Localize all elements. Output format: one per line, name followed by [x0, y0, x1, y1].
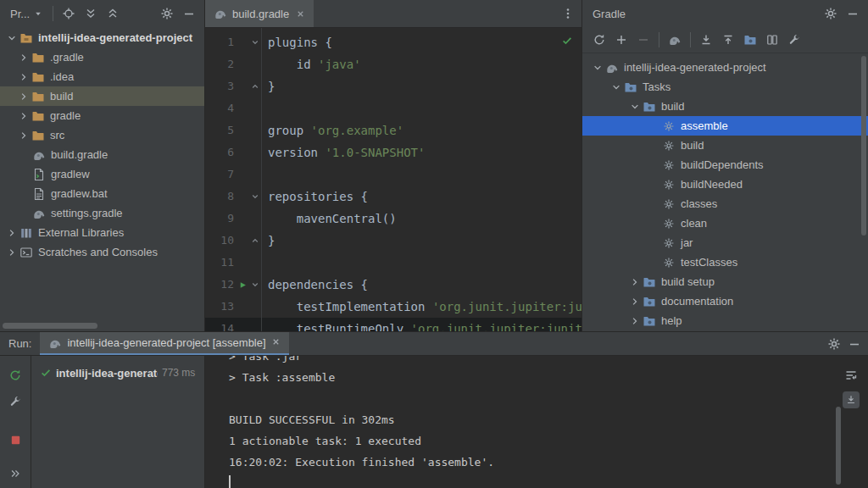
fold-down-icon[interactable]	[248, 38, 261, 47]
project-tree-item-scratches-and-consoles[interactable]: Scratches and Consoles	[0, 242, 204, 262]
attach-gradle-project-button[interactable]	[611, 30, 632, 49]
line-number[interactable]: 8	[205, 186, 237, 208]
gradle-panel-header: Gradle	[582, 0, 868, 27]
stop-button[interactable]	[5, 430, 25, 449]
line-number[interactable]: 2	[205, 53, 237, 75]
fold-down-icon[interactable]	[248, 280, 261, 289]
collapse-all-button[interactable]	[103, 4, 123, 23]
chevron-right-icon[interactable]	[5, 246, 19, 259]
line-number[interactable]: 11	[205, 252, 237, 274]
line-number[interactable]: 3	[205, 75, 237, 97]
line-number[interactable]: 5	[205, 119, 237, 141]
chevron-right-icon[interactable]	[628, 295, 642, 308]
scroll-to-end-button[interactable]	[843, 391, 860, 408]
gradle-task-item-testclasses[interactable]: testClasses	[582, 252, 868, 272]
line-number[interactable]: 4	[205, 97, 237, 119]
soft-wrap-button[interactable]	[841, 366, 861, 385]
chevron-down-icon[interactable]	[591, 61, 604, 75]
project-tree-item-build-gradle[interactable]: build.gradle	[0, 145, 204, 164]
chevron-down-icon[interactable]	[5, 31, 19, 45]
inspections-ok-icon[interactable]	[561, 35, 573, 47]
gradle-task-item-assemble[interactable]: assemble	[582, 116, 868, 136]
chevron-down-icon[interactable]	[628, 100, 642, 114]
line-number[interactable]: 1	[205, 31, 237, 53]
line-number[interactable]: 14	[205, 318, 237, 332]
project-tree-item-src[interactable]: src	[0, 125, 204, 145]
execute-gradle-task-button[interactable]	[665, 30, 685, 49]
gradle-task-item-classes[interactable]: classes	[582, 194, 868, 214]
run-configuration-wrench-button[interactable]	[5, 392, 25, 411]
gradle-task-item-clean[interactable]: clean	[582, 214, 868, 233]
gradle-task-item-build[interactable]: build	[582, 97, 868, 116]
run-gutter-icon[interactable]	[237, 280, 248, 290]
hide-gradle-panel-button[interactable]	[843, 4, 863, 23]
line-number[interactable]: 10	[205, 230, 237, 252]
fold-up-icon[interactable]	[248, 236, 261, 245]
close-run-tab-icon[interactable]	[271, 336, 281, 349]
detach-gradle-project-button[interactable]	[633, 30, 654, 49]
editor-options-button[interactable]	[558, 4, 578, 23]
project-tree-item-external-libraries[interactable]: External Libraries	[0, 223, 204, 242]
project-tree-item-idea[interactable]: .idea	[0, 67, 204, 86]
project-tree-item-gradlew-bat[interactable]: gradlew.bat	[0, 184, 204, 203]
gradle-task-item-tasks[interactable]: Tasks	[582, 77, 868, 97]
run-console[interactable]: > Task :jar> Task :assemble BUILD SUCCES…	[205, 356, 868, 488]
chevron-right-icon[interactable]	[17, 70, 31, 84]
chevron-right-icon[interactable]	[628, 314, 642, 328]
project-tree-item-gradle[interactable]: .gradle	[0, 47, 204, 67]
gradle-task-item-build-setup[interactable]: build setup	[582, 272, 868, 291]
close-tab-icon[interactable]	[296, 9, 305, 19]
gradle-task-item-intellij-idea-generated-project[interactable]: intellij-idea-generated-project	[582, 58, 868, 77]
code-editor[interactable]: 1plugins {2 id 'java'3}45group 'org.exam…	[205, 28, 581, 332]
expand-all-tasks-button[interactable]	[696, 30, 716, 49]
locate-file-button[interactable]	[58, 4, 79, 23]
line-number[interactable]: 6	[205, 141, 237, 164]
chevron-right-icon[interactable]	[5, 226, 19, 240]
console-scrollbar[interactable]	[836, 407, 841, 485]
chevron-right-icon[interactable]	[17, 51, 31, 64]
toggle-offline-mode-button[interactable]	[762, 30, 782, 49]
chevron-down-icon[interactable]	[609, 80, 623, 94]
gradle-task-item-build[interactable]: build	[582, 136, 868, 155]
line-number[interactable]: 12	[205, 274, 237, 296]
gradle-task-item-builddependents[interactable]: buildDependents	[582, 155, 868, 175]
gradle-task-item-documentation[interactable]: documentation	[582, 291, 868, 311]
fold-up-icon[interactable]	[248, 82, 261, 91]
expand-all-button[interactable]	[81, 4, 101, 23]
hide-run-panel-button[interactable]	[844, 335, 865, 353]
run-settings-button[interactable]	[824, 335, 844, 353]
editor-tab-build-gradle[interactable]: build.gradle	[205, 0, 314, 27]
project-view-dropdown[interactable]: Pr...	[5, 6, 47, 22]
hide-panel-button[interactable]	[179, 4, 199, 23]
line-number[interactable]: 9	[205, 208, 237, 230]
gradle-task-item-buildneeded[interactable]: buildNeeded	[582, 175, 868, 194]
project-tree-item-settings-gradle[interactable]: settings.gradle	[0, 203, 204, 223]
run-result-row[interactable]: intellij-idea-generated-project 773 ms	[31, 363, 204, 383]
fold-down-icon[interactable]	[248, 192, 261, 201]
line-number[interactable]: 7	[205, 164, 237, 186]
chevron-right-icon[interactable]	[17, 109, 31, 123]
gradle-dependencies-button[interactable]	[740, 30, 760, 49]
project-tree-item-gradle[interactable]: gradle	[0, 106, 204, 125]
gradle-task-item-jar[interactable]: jar	[582, 233, 868, 252]
project-tree-item-build[interactable]: build	[0, 86, 204, 106]
horizontal-scrollbar[interactable]	[3, 323, 97, 329]
chevron-right-icon[interactable]	[17, 129, 31, 142]
more-options-button[interactable]	[5, 464, 25, 483]
project-tree-item-intellij-idea-generated-project[interactable]: intellij-idea-generated-project	[0, 28, 204, 47]
reload-gradle-projects-button[interactable]	[589, 30, 609, 49]
gradle-task-item-help[interactable]: help	[582, 311, 868, 330]
project-tree-item-label: build.gradle	[51, 148, 108, 161]
chevron-right-icon[interactable]	[628, 275, 642, 289]
task-icon	[661, 158, 676, 172]
project-settings-button[interactable]	[157, 4, 177, 23]
gradle-settings-button[interactable]	[821, 4, 841, 23]
rerun-button[interactable]	[5, 366, 25, 385]
project-tree-item-gradlew[interactable]: gradlew	[0, 164, 204, 184]
run-tab[interactable]: intellij-idea-generated-project [assembl…	[40, 332, 288, 355]
gradle-settings-wrench-button[interactable]	[784, 30, 804, 49]
chevron-right-icon[interactable]	[17, 90, 31, 103]
vertical-scrollbar[interactable]	[861, 56, 866, 236]
line-number[interactable]: 13	[205, 296, 237, 318]
collapse-all-tasks-button[interactable]	[718, 30, 738, 49]
